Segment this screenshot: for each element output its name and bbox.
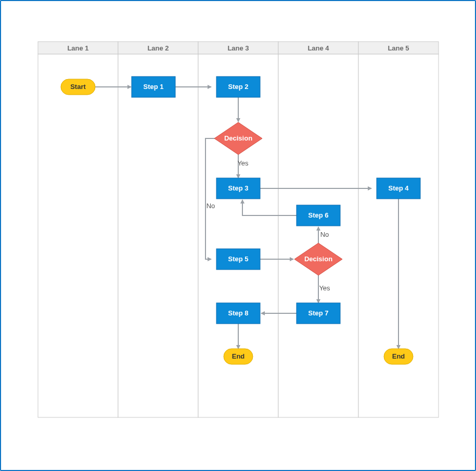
- node-end2-label: End: [392, 352, 405, 360]
- node-start[interactable]: Start: [61, 79, 95, 95]
- node-decision1-label: Decision: [224, 134, 252, 142]
- svg-rect-3: [118, 54, 198, 417]
- svg-rect-1: [38, 54, 118, 417]
- edge-label-yes-2: Yes: [319, 284, 330, 292]
- node-start-label: Start: [70, 83, 86, 91]
- lane-1-header: Lane 1: [67, 44, 88, 52]
- node-step5-label: Step 5: [228, 255, 248, 263]
- lane-4-header: Lane 4: [307, 44, 329, 52]
- node-step7-label: Step 7: [308, 309, 328, 317]
- node-step7[interactable]: Step 7: [297, 303, 340, 324]
- node-step2[interactable]: Step 2: [216, 77, 260, 97]
- diagram-frame: Lane 1 Lane 2 Lane 3 Lane 4 Lane 5 Yes N…: [0, 0, 476, 471]
- lane-2-header: Lane 2: [147, 44, 169, 52]
- node-step4-label: Step 4: [388, 184, 409, 192]
- node-end1[interactable]: End: [224, 349, 253, 364]
- node-step5[interactable]: Step 5: [216, 249, 260, 270]
- node-step4[interactable]: Step 4: [377, 178, 420, 199]
- swimlane-flowchart: Lane 1 Lane 2 Lane 3 Lane 4 Lane 5 Yes N…: [1, 1, 475, 470]
- node-step8[interactable]: Step 8: [216, 303, 260, 324]
- node-step1-label: Step 1: [143, 83, 163, 91]
- node-decision2-label: Decision: [304, 255, 332, 263]
- edge-label-no-2: No: [320, 231, 329, 238]
- node-step6-label: Step 6: [308, 211, 328, 219]
- node-step2-label: Step 2: [228, 83, 248, 91]
- node-end2[interactable]: End: [384, 349, 413, 364]
- node-step3[interactable]: Step 3: [216, 178, 260, 199]
- node-step8-label: Step 8: [228, 309, 248, 317]
- edge-label-no-1: No: [207, 202, 215, 210]
- lane-3-header: Lane 3: [227, 44, 249, 52]
- node-step6[interactable]: Step 6: [297, 205, 340, 226]
- edge-label-yes-1: Yes: [237, 159, 249, 167]
- lane-5-header: Lane 5: [388, 44, 409, 52]
- node-end1-label: End: [232, 352, 245, 360]
- node-step1[interactable]: Step 1: [132, 77, 175, 97]
- node-step3-label: Step 3: [228, 184, 248, 192]
